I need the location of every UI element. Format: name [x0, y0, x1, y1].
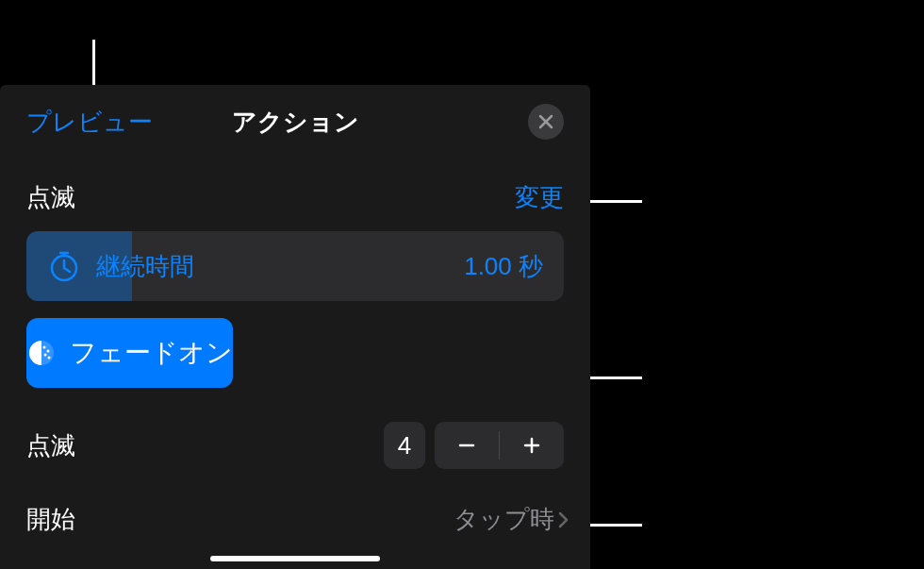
start-label: 開始 [26, 503, 75, 536]
svg-line-2 [64, 268, 70, 272]
duration-slider[interactable]: 継続時間 1.00 秒 [26, 231, 564, 301]
blink-stepper-label: 点滅 [26, 429, 75, 462]
svg-point-7 [47, 350, 50, 353]
panel-title: アクション [232, 106, 359, 139]
fade-icon [26, 338, 57, 368]
fade-label: フェードオン [70, 335, 233, 371]
stepper-decrement[interactable] [435, 422, 499, 469]
fade-button[interactable]: フェードオン [26, 318, 233, 388]
home-indicator[interactable] [210, 556, 380, 561]
stepper-increment[interactable] [500, 422, 564, 469]
svg-point-9 [48, 357, 51, 360]
svg-point-8 [44, 354, 47, 357]
panel-header: プレビュー アクション [0, 85, 590, 159]
effect-section-header: 点滅 変更 [0, 159, 590, 231]
effect-name-label: 点滅 [26, 181, 75, 214]
change-button[interactable]: 変更 [515, 181, 564, 214]
close-button[interactable] [528, 104, 564, 140]
duration-value: 1.00 秒 [464, 250, 543, 283]
chevron-right-icon [558, 510, 569, 529]
action-panel: プレビュー アクション 点滅 変更 継続時間 1.00 秒 [0, 85, 590, 569]
start-value-wrap: タップ時 [454, 503, 569, 536]
minus-icon [457, 436, 476, 455]
start-value: タップ時 [454, 503, 554, 536]
plus-icon [522, 436, 541, 455]
stepper-buttons [435, 422, 564, 469]
svg-point-6 [43, 346, 46, 349]
timer-icon [47, 249, 81, 283]
start-row[interactable]: 開始 タップ時 [0, 486, 590, 553]
close-icon [538, 114, 553, 129]
callout-line [92, 40, 95, 92]
stepper-value: 4 [384, 422, 425, 469]
blink-stepper-row: 点滅 4 [0, 405, 590, 486]
preview-button[interactable]: プレビュー [26, 106, 153, 139]
duration-label: 継続時間 [96, 250, 464, 283]
stepper-controls: 4 [384, 422, 564, 469]
